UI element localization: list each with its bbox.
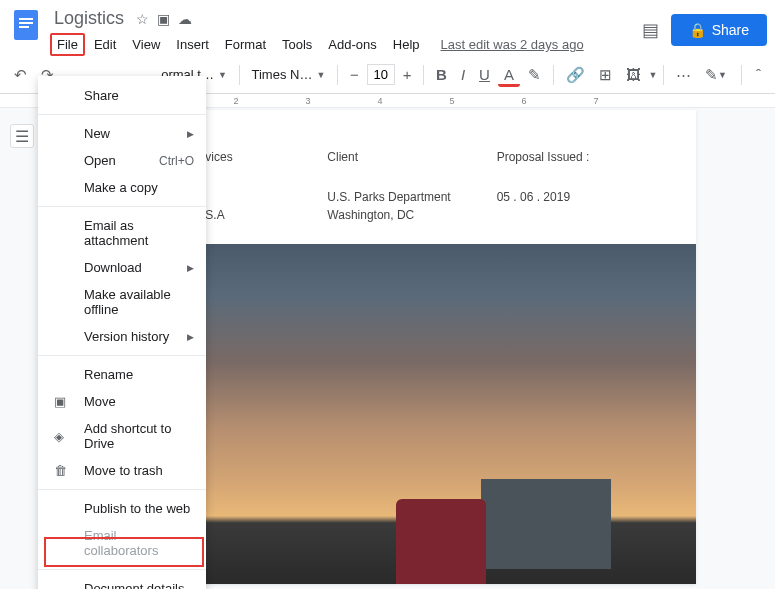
font-size-input[interactable] [367, 64, 395, 85]
svg-rect-0 [14, 10, 38, 40]
document-title[interactable]: Logistics [50, 6, 128, 31]
menu-item-email-collaborators: Email collaborators [38, 522, 206, 564]
font-size-decrease[interactable]: − [344, 62, 365, 87]
lock-icon: 🔒 [689, 22, 706, 38]
text-color-button[interactable]: A [498, 62, 520, 87]
menu-item-version-history[interactable]: Version history▶ [38, 323, 206, 350]
share-button[interactable]: 🔒 Share [671, 14, 767, 46]
menu-item-make-offline[interactable]: Make available offline [38, 281, 206, 323]
menu-item-make-copy[interactable]: Make a copy [38, 174, 206, 201]
menu-help[interactable]: Help [386, 33, 427, 56]
drive-shortcut-icon: ◈ [54, 429, 74, 444]
menu-addons[interactable]: Add-ons [321, 33, 383, 56]
menu-format[interactable]: Format [218, 33, 273, 56]
menu-view[interactable]: View [125, 33, 167, 56]
font-family-select[interactable]: Times N…▼ [245, 65, 331, 84]
insert-image-button[interactable]: 🖼 [620, 62, 647, 87]
menu-item-new[interactable]: New▶ [38, 120, 206, 147]
svg-rect-1 [19, 18, 33, 20]
menu-item-move-trash[interactable]: 🗑Move to trash [38, 457, 206, 484]
file-menu-dropdown: Share New▶ OpenCtrl+O Make a copy Email … [38, 76, 206, 589]
expand-toolbar-button[interactable]: ˆ [750, 62, 767, 87]
cloud-status-icon[interactable]: ☁ [178, 11, 192, 27]
document-outline-button[interactable]: ☰ [10, 124, 34, 148]
svg-rect-3 [19, 26, 29, 28]
insert-link-button[interactable]: 🔗 [560, 62, 591, 88]
trash-icon: 🗑 [54, 463, 74, 478]
menu-item-rename[interactable]: Rename [38, 361, 206, 388]
doc-col3-header: Proposal Issued : [497, 150, 666, 164]
chevron-right-icon: ▶ [187, 332, 194, 342]
docs-logo[interactable] [8, 6, 44, 42]
highlight-button[interactable]: ✎ [522, 62, 547, 88]
menu-item-download[interactable]: Download▶ [38, 254, 206, 281]
editing-mode-button[interactable]: ✎ ▼ [699, 62, 733, 88]
add-comment-button[interactable]: ⊞ [593, 62, 618, 88]
menu-item-move[interactable]: ▣Move [38, 388, 206, 415]
chevron-right-icon: ▶ [187, 263, 194, 273]
menu-item-document-details[interactable]: Document details [38, 575, 206, 589]
menu-item-email-attachment[interactable]: Email as attachment [38, 212, 206, 254]
document-hero-image[interactable] [128, 244, 696, 584]
menu-tools[interactable]: Tools [275, 33, 319, 56]
svg-rect-2 [19, 22, 33, 24]
share-label: Share [712, 22, 749, 38]
star-icon[interactable]: ☆ [136, 11, 149, 27]
bold-button[interactable]: B [430, 62, 453, 87]
underline-button[interactable]: U [473, 62, 496, 87]
italic-button[interactable]: I [455, 62, 471, 87]
chevron-right-icon: ▶ [187, 129, 194, 139]
menu-item-publish-web[interactable]: Publish to the web [38, 495, 206, 522]
last-edit-link[interactable]: Last edit was 2 days ago [441, 37, 584, 52]
menu-insert[interactable]: Insert [169, 33, 216, 56]
chevron-down-icon[interactable]: ▼ [649, 70, 658, 80]
folder-icon: ▣ [54, 394, 74, 409]
font-size-increase[interactable]: + [397, 62, 418, 87]
chevron-down-icon: ▼ [218, 70, 227, 80]
comments-icon[interactable]: ▤ [642, 19, 659, 41]
menu-item-share[interactable]: Share [38, 82, 206, 109]
menu-file[interactable]: File [50, 33, 85, 56]
menu-item-open[interactable]: OpenCtrl+O [38, 147, 206, 174]
undo-button[interactable]: ↶ [8, 62, 33, 88]
menu-item-add-shortcut[interactable]: ◈Add shortcut to Drive [38, 415, 206, 457]
document-page[interactable]: ivery Services on Ave. Ohio , U.S.A Clie… [128, 110, 696, 584]
move-folder-icon[interactable]: ▣ [157, 11, 170, 27]
more-tools-button[interactable]: ⋯ [670, 62, 697, 88]
chevron-down-icon: ▼ [316, 70, 325, 80]
menu-edit[interactable]: Edit [87, 33, 123, 56]
doc-col2-header: Client [327, 150, 496, 164]
